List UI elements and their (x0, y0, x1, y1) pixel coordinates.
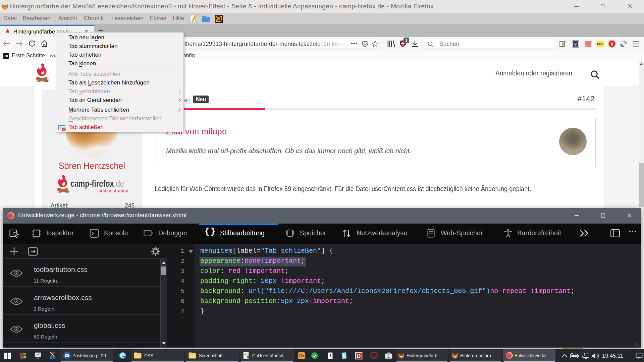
svg-text:V: V (610, 41, 614, 47)
svg-text:V: V (574, 42, 577, 47)
